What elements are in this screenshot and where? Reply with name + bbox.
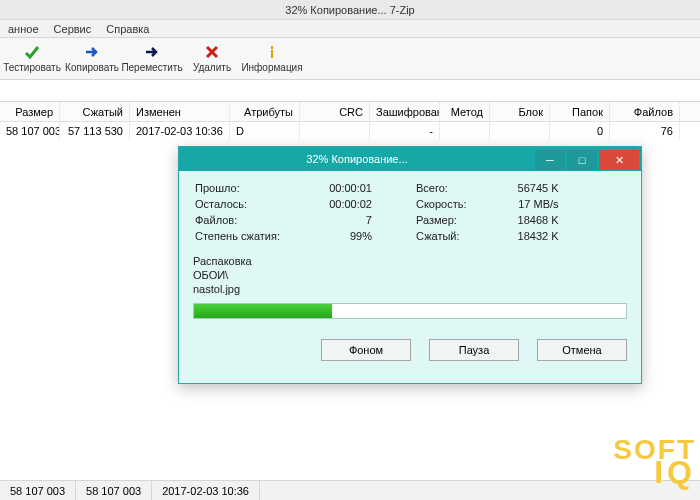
stats-left: Прошло:00:00:01 Осталось:00:00:02 Файлов… xyxy=(193,179,374,245)
cell-folders: 0 xyxy=(550,122,610,140)
menu-item[interactable]: Справка xyxy=(100,20,155,38)
cell-encrypted: - xyxy=(370,122,440,140)
label-packed: Сжатый: xyxy=(416,229,477,243)
column-header[interactable]: Атрибуты xyxy=(230,102,300,121)
status-size-b: 58 107 003 xyxy=(76,481,152,500)
menubar: анное Сервис Справка xyxy=(0,20,700,38)
value-ratio: 99% xyxy=(292,229,372,243)
current-path-folder: ОБОИ\ xyxy=(193,269,627,281)
cell-packed: 57 113 530 xyxy=(60,122,130,140)
close-button[interactable]: ✕ xyxy=(599,150,639,170)
table-row[interactable]: 58 107 003 57 113 530 2017-02-03 10:36 D… xyxy=(0,122,700,140)
menu-item[interactable]: анное xyxy=(2,20,45,38)
current-path-file: nastol.jpg xyxy=(193,283,627,295)
watermark-line1: SOFT xyxy=(613,439,696,460)
label-total: Всего: xyxy=(416,181,477,195)
progress-bar xyxy=(193,303,627,319)
toolbar-label: Копировать xyxy=(65,62,119,73)
test-button[interactable]: Тестировать xyxy=(2,39,62,79)
column-header[interactable]: CRC xyxy=(300,102,370,121)
value-packed: 18432 K xyxy=(479,229,559,243)
column-header[interactable]: Папок xyxy=(550,102,610,121)
label-elapsed: Прошло: xyxy=(195,181,290,195)
dialog-body: Прошло:00:00:01 Осталось:00:00:02 Файлов… xyxy=(179,171,641,329)
value-elapsed: 00:00:01 xyxy=(292,181,372,195)
svg-rect-0 xyxy=(271,46,273,49)
background-button[interactable]: Фоном xyxy=(321,339,411,361)
value-remaining: 00:00:02 xyxy=(292,197,372,211)
toolbar-label: Тестировать xyxy=(3,62,61,73)
label-speed: Скорость: xyxy=(416,197,477,211)
toolbar-label: Удалить xyxy=(193,62,231,73)
cross-icon xyxy=(204,44,220,60)
cell-size: 58 107 003 xyxy=(0,122,60,140)
column-header[interactable]: Сжатый xyxy=(60,102,130,121)
cell-crc xyxy=(300,122,370,140)
maximize-button[interactable]: □ xyxy=(567,150,597,170)
check-icon xyxy=(24,44,40,60)
copy-button[interactable]: Копировать xyxy=(62,39,122,79)
svg-rect-1 xyxy=(271,50,273,58)
minimize-button[interactable]: ─ xyxy=(535,150,565,170)
cancel-button[interactable]: Отмена xyxy=(537,339,627,361)
column-header[interactable]: Изменен xyxy=(130,102,230,121)
stats-right: Всего:56745 K Скорость:17 MB/s Размер:18… xyxy=(414,179,561,245)
toolbar-label: Переместить xyxy=(121,62,182,73)
arrow-right-dark-icon xyxy=(144,44,160,60)
dialog-titlebar[interactable]: 32% Копирование... ─ □ ✕ xyxy=(179,147,641,171)
pause-button[interactable]: Пауза xyxy=(429,339,519,361)
status-bar: 58 107 003 58 107 003 2017-02-03 10:36 xyxy=(0,480,700,500)
delete-button[interactable]: Удалить xyxy=(182,39,242,79)
column-header[interactable]: Метод xyxy=(440,102,490,121)
info-button[interactable]: Информация xyxy=(242,39,302,79)
menu-item[interactable]: Сервис xyxy=(48,20,98,38)
address-bar[interactable] xyxy=(0,80,700,102)
value-speed: 17 MB/s xyxy=(479,197,559,211)
progress-dialog: 32% Копирование... ─ □ ✕ Прошло:00:00:01… xyxy=(178,146,642,384)
cell-attrs: D xyxy=(230,122,300,140)
window-titlebar: 32% Копирование... 7-Zip xyxy=(0,0,700,20)
column-header[interactable]: Размер xyxy=(0,102,60,121)
progress-fill xyxy=(194,304,332,318)
watermark: SOFT IQ xyxy=(613,439,696,484)
column-header[interactable]: Блок xyxy=(490,102,550,121)
column-header[interactable]: Зашифрован xyxy=(370,102,440,121)
value-total: 56745 K xyxy=(479,181,559,195)
arrow-right-icon xyxy=(84,44,100,60)
cell-method xyxy=(440,122,490,140)
toolbar: Тестировать Копировать Переместить Удали… xyxy=(0,38,700,80)
value-size: 18468 K xyxy=(479,213,559,227)
cell-block xyxy=(490,122,550,140)
move-button[interactable]: Переместить xyxy=(122,39,182,79)
column-headers: Размер Сжатый Изменен Атрибуты CRC Зашиф… xyxy=(0,102,700,122)
dialog-title: 32% Копирование... xyxy=(179,153,535,165)
label-ratio: Степень сжатия: xyxy=(195,229,290,243)
column-header[interactable]: Файлов xyxy=(610,102,680,121)
label-size: Размер: xyxy=(416,213,477,227)
label-remaining: Осталось: xyxy=(195,197,290,211)
window-title: 32% Копирование... 7-Zip xyxy=(285,4,414,16)
label-files: Файлов: xyxy=(195,213,290,227)
section-label: Распаковка xyxy=(193,255,627,267)
cell-files: 76 xyxy=(610,122,680,140)
status-size-a: 58 107 003 xyxy=(0,481,76,500)
cell-modified: 2017-02-03 10:36 xyxy=(130,122,230,140)
status-date: 2017-02-03 10:36 xyxy=(152,481,260,500)
toolbar-label: Информация xyxy=(241,62,302,73)
info-icon xyxy=(264,44,280,60)
value-files: 7 xyxy=(292,213,372,227)
